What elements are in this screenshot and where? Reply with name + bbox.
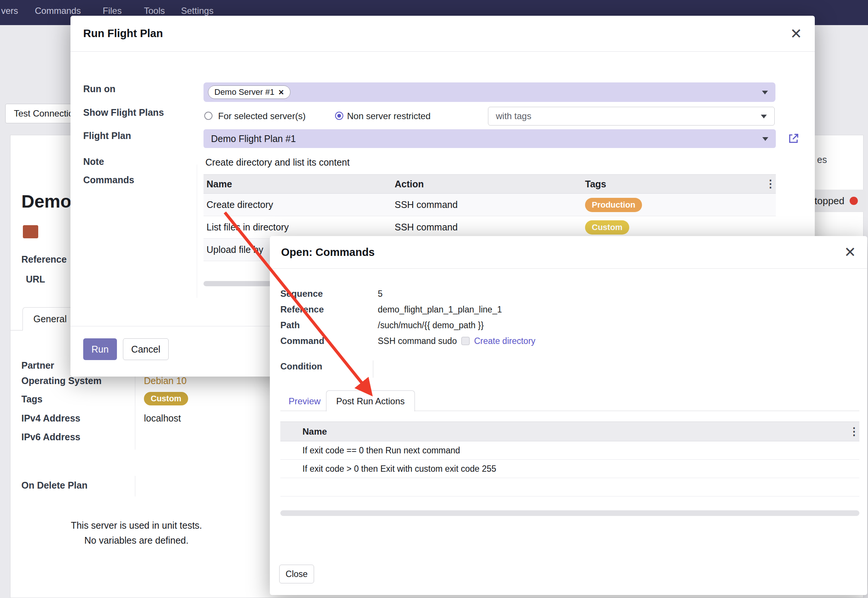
tag-badge: Production [585, 198, 642, 212]
column-header-action[interactable]: Action [395, 179, 585, 190]
tab-preview[interactable]: Preview [289, 396, 320, 407]
commands-table-header: Name Action Tags ⋮ [204, 174, 776, 194]
dialog-header: Run Flight Plan ✕ [70, 16, 815, 52]
command-value: SSH command sudo [378, 336, 457, 346]
ipv6-label: IPv6 Address [21, 432, 80, 443]
commands-label: Commands [83, 175, 134, 185]
column-header-name[interactable]: Name [204, 179, 395, 190]
dialog-title: Open: Commands [281, 246, 844, 259]
column-header-name[interactable]: Name [295, 426, 849, 437]
with-tags-placeholder: with tags [496, 111, 531, 121]
post-run-actions-table: Name ⋮ If exit code == 0 then Run next c… [280, 422, 859, 496]
command-row: Command SSH command sudo Create director… [280, 333, 536, 348]
create-directory-link[interactable]: Create directory [474, 336, 536, 346]
command-label: Command [280, 336, 378, 346]
on-delete-plan-label: On Delete Plan [21, 480, 87, 491]
sequence-value: 5 [378, 289, 383, 299]
tab-general[interactable]: General [22, 307, 78, 330]
external-link-icon[interactable] [787, 132, 800, 145]
flight-plan-label: Flight Plan [83, 130, 131, 141]
url-label: URL [26, 274, 45, 285]
path-label: Path [280, 320, 378, 330]
cancel-button[interactable]: Cancel [123, 338, 169, 360]
kebab-menu-icon[interactable]: ⋮ [765, 179, 776, 189]
table-row[interactable]: List files in directory SSH command Cust… [204, 216, 776, 239]
flight-plan-select[interactable]: Demo Flight Plan #1 [204, 129, 776, 148]
operating-system-value[interactable]: Debian 10 [144, 375, 187, 386]
server-title: Demo [21, 191, 71, 212]
path-row: Path /such/much/{{ demo_path }} [280, 318, 484, 333]
remove-chip-icon[interactable]: ✕ [278, 88, 284, 97]
sequence-label: Sequence [280, 289, 378, 299]
run-on-server-input[interactable]: Demo Server #1 ✕ [204, 82, 775, 102]
field-divider [373, 360, 373, 378]
radio-selected-servers[interactable] [204, 112, 213, 120]
flight-plan-value: Demo Flight Plan #1 [211, 133, 296, 144]
field-divider [135, 476, 135, 496]
show-flight-plans-label: Show Flight Plans [83, 107, 164, 118]
operating-system-label: Operating System [21, 375, 102, 386]
open-commands-dialog: Open: Commands ✕ Sequence 5 Reference de… [270, 236, 867, 595]
close-button[interactable]: Close [279, 565, 314, 583]
chevron-down-icon[interactable] [761, 115, 767, 118]
screen: vers Commands Files Tools Settings Test … [0, 0, 868, 598]
server-color-swatch [23, 225, 38, 238]
tag-badge: Custom [585, 220, 629, 235]
cell-name: Create directory [204, 199, 395, 210]
radio-non-server-restricted-label[interactable]: Non server restricted [347, 111, 431, 121]
unit-test-note: This server is used in unit tests. No va… [43, 518, 230, 548]
unit-test-note-line1: This server is used in unit tests. [43, 518, 230, 533]
table-header: Name ⋮ [280, 422, 859, 441]
close-icon[interactable]: ✕ [790, 27, 802, 41]
reference-value: demo_flight_plan_1_plan_line_1 [378, 305, 502, 315]
table-row[interactable]: Create directory SSH command Production [204, 194, 776, 216]
radio-selected-servers-label[interactable]: For selected server(s) [218, 111, 305, 121]
reference-label: Reference [280, 304, 378, 315]
reference-row: Reference demo_flight_plan_1_plan_line_1 [280, 302, 502, 317]
dialog-title: Run Flight Plan [83, 27, 790, 40]
path-value: /such/much/{{ demo_path }} [378, 320, 484, 330]
run-button[interactable]: Run [83, 338, 117, 360]
dialog-header: Open: Commands ✕ [270, 236, 867, 269]
table-row[interactable] [280, 478, 859, 496]
note-value: Create directory and list its content [205, 157, 350, 168]
column-header-tags[interactable]: Tags [585, 179, 765, 190]
condition-label: Condition [280, 361, 322, 372]
note-label: Note [83, 156, 104, 167]
ipv4-value: localhost [144, 413, 181, 424]
partner-label: Partner [21, 360, 54, 371]
server-tag-badge: Custom [144, 392, 188, 405]
status-dot-icon [850, 197, 858, 205]
run-on-label: Run on [83, 84, 115, 94]
with-tags-select[interactable]: with tags [488, 107, 775, 126]
chevron-down-icon[interactable] [762, 137, 768, 141]
cell-action: SSH command [395, 222, 585, 233]
unit-test-note-line2: No variables are defined. [43, 533, 230, 548]
radio-non-server-restricted[interactable] [335, 112, 343, 120]
nav-item-servers[interactable]: vers [1, 0, 18, 22]
checkbox[interactable] [461, 337, 470, 345]
close-icon[interactable]: ✕ [844, 245, 856, 259]
chevron-down-icon[interactable] [762, 91, 768, 94]
horizontal-scrollbar[interactable] [280, 510, 859, 516]
table-row[interactable]: If exit code == 0 then Run next command [280, 441, 859, 460]
server-chip-label: Demo Server #1 [214, 87, 274, 97]
tags-label: Tags [21, 394, 43, 405]
kebab-menu-icon[interactable]: ⋮ [849, 426, 859, 437]
cell-name: List files in directory [204, 222, 395, 233]
clipped-text: es [817, 154, 827, 165]
reference-label: Reference [21, 254, 67, 265]
field-divider [197, 164, 197, 298]
sequence-row: Sequence 5 [280, 286, 383, 301]
cell-action: SSH command [395, 199, 585, 210]
tab-post-run-actions[interactable]: Post Run Actions [326, 390, 415, 411]
table-row[interactable]: If exit code > 0 then Exit with custom e… [280, 460, 859, 478]
server-chip[interactable]: Demo Server #1 ✕ [208, 85, 290, 99]
ipv4-label: IPv4 Address [21, 413, 80, 424]
